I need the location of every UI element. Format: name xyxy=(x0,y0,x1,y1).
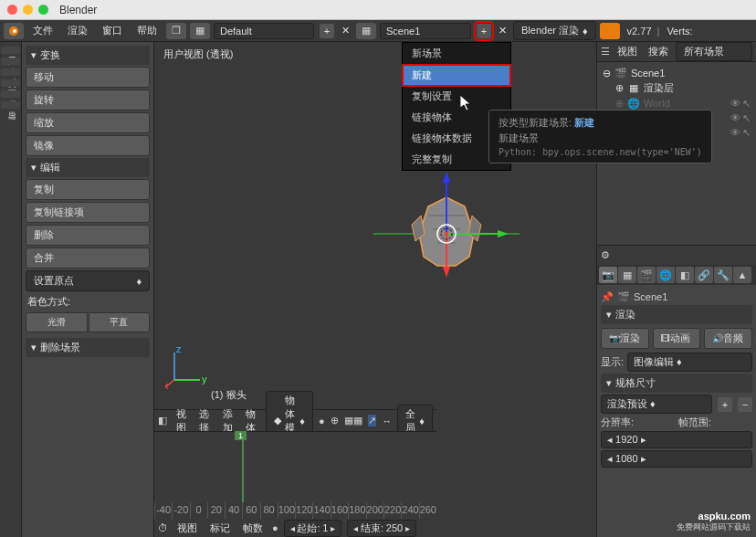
tab-object[interactable]: ◧ xyxy=(676,267,694,283)
manipulator-translate-icon[interactable]: ↔ xyxy=(382,416,392,426)
dimensions-header[interactable]: ▾规格尺寸 xyxy=(601,374,752,393)
tooltip-python: Python: bpy.ops.scene.new(type='NEW') xyxy=(499,147,702,157)
duplicate-linked-button[interactable]: 复制链接项 xyxy=(26,202,150,223)
scene-name-field[interactable]: Scene1 xyxy=(380,23,471,39)
render-engine-select[interactable]: Blender 渲染♦ xyxy=(513,21,596,40)
eye-icon[interactable]: 👁 xyxy=(730,98,740,110)
edit-header[interactable]: ▾编辑 xyxy=(26,158,150,177)
tab-modifiers[interactable]: 🔧 xyxy=(714,267,732,283)
dropdown-title: 新场景 xyxy=(403,43,510,65)
scene-icon: 🎬 xyxy=(617,290,630,303)
smooth-shading-button[interactable]: 光滑 xyxy=(26,312,88,332)
properties-editor-icon[interactable]: ⚙ xyxy=(601,249,610,261)
transform-header[interactable]: ▾变换 xyxy=(26,46,150,65)
tl-view[interactable]: 视图 xyxy=(173,520,201,537)
screen-layout-field[interactable]: Default xyxy=(214,23,314,39)
tab-world[interactable]: 🌐 xyxy=(656,267,675,283)
menu-render[interactable]: 渲染 xyxy=(62,22,93,39)
translate-button[interactable]: 移动 xyxy=(26,67,150,88)
set-origin-select[interactable]: 设置原点♦ xyxy=(26,270,150,291)
scene-add-button[interactable]: + xyxy=(477,24,491,38)
outliner-filter[interactable]: 所有场景 xyxy=(676,42,752,61)
tl-frame[interactable]: 帧数 xyxy=(239,520,267,537)
tab-layers[interactable]: ▦ xyxy=(618,267,636,283)
duplicate-button[interactable]: 复制 xyxy=(26,179,150,200)
layout-delete-button[interactable]: ✕ xyxy=(338,24,352,38)
outliner-search[interactable]: 搜索 xyxy=(645,43,672,60)
tree-world[interactable]: ⊕🌐World👁↖ xyxy=(601,96,752,111)
eye-icon[interactable]: 👁 xyxy=(730,127,740,139)
mirror-button[interactable]: 镜像 xyxy=(26,135,150,156)
res-x-field[interactable]: ◂ 1920 ▸ xyxy=(601,431,752,448)
eye-icon[interactable]: 👁 xyxy=(730,112,740,124)
delete-button[interactable]: 删除 xyxy=(26,225,150,246)
scale-button[interactable]: 缩放 xyxy=(26,112,150,133)
cursor-icon[interactable]: ↖ xyxy=(742,112,751,124)
tab-render[interactable]: 📷 xyxy=(599,267,617,283)
join-button[interactable]: 合并 xyxy=(26,247,150,268)
preset-remove-button[interactable]: − xyxy=(738,397,752,412)
menu-window[interactable]: 窗口 xyxy=(97,22,128,39)
animation-button[interactable]: 🎞动画 xyxy=(653,328,701,349)
outliner-header: ☰ 视图 搜索 所有场景 xyxy=(597,42,756,62)
flat-shading-button[interactable]: 平直 xyxy=(89,312,151,332)
manipulator-toggle[interactable]: ↗ xyxy=(368,415,376,426)
tree-scene[interactable]: ⊖🎬Scene1 xyxy=(601,66,752,80)
render-panel-header[interactable]: ▾渲染 xyxy=(601,305,752,324)
timeline[interactable]: -40 -20 0 20 40 60 80 100 120 140 160 18… xyxy=(154,431,436,537)
vtab-anim[interactable]: 动画 xyxy=(1,79,20,87)
close-dot[interactable] xyxy=(7,5,17,15)
res-y-field[interactable]: ◂ 1080 ▸ xyxy=(601,450,752,468)
cursor-icon[interactable]: ↖ xyxy=(742,127,751,139)
render-preset-select[interactable]: 渲染预设 ♦ xyxy=(601,395,712,414)
outliner-view[interactable]: 视图 xyxy=(614,43,641,60)
menu-file[interactable]: 文件 xyxy=(27,22,58,39)
disclosure-icon: ⊖ xyxy=(603,68,611,79)
back-to-prev-icon[interactable]: ❐ xyxy=(166,23,186,39)
tooltip: 按类型新建场景: 新建 新建场景 Python: bpy.ops.scene.n… xyxy=(488,110,712,163)
tick: 240 xyxy=(401,502,418,519)
render-button[interactable]: 📷渲染 xyxy=(601,328,649,349)
scene-browse-icon[interactable]: ▦ xyxy=(356,23,376,39)
tree-renderlayers[interactable]: ⊕▦渲染层 xyxy=(601,80,752,96)
vtab-export[interactable]: 导出 xyxy=(1,101,20,109)
vtab-create[interactable]: 创建 xyxy=(1,58,20,65)
resolution-label: 分辨率: xyxy=(601,416,675,429)
tab-scene[interactable]: 🎬 xyxy=(637,267,656,283)
scene-delete-button[interactable]: ✕ xyxy=(495,24,509,38)
editor-type-icon[interactable]: ◧ xyxy=(158,415,167,426)
layout-add-button[interactable]: + xyxy=(320,24,334,38)
blender-logo-icon[interactable] xyxy=(4,23,24,39)
rotate-button[interactable]: 旋转 xyxy=(26,90,150,111)
disclosure-icon: ⊕ xyxy=(615,82,624,94)
history-header[interactable]: ▾删除场景 xyxy=(26,338,150,357)
minimize-dot[interactable] xyxy=(23,5,33,15)
active-object[interactable] xyxy=(373,161,520,309)
auto-keyframe-icon[interactable]: ● xyxy=(272,522,278,533)
tab-data[interactable]: ▲ xyxy=(733,267,751,283)
maximize-dot[interactable] xyxy=(38,5,48,15)
display-select[interactable]: 图像编辑 ♦ xyxy=(627,353,752,372)
pin-icon[interactable]: 📌 xyxy=(601,291,614,303)
shading-mode-icon[interactable]: ● xyxy=(319,416,325,426)
dropdown-item-new[interactable]: 新建 xyxy=(403,65,510,86)
pivot-icon[interactable]: ⊕ xyxy=(331,415,339,426)
cursor-icon[interactable]: ↖ xyxy=(742,98,751,110)
tl-marker[interactable]: 标记 xyxy=(206,520,234,537)
menu-help[interactable]: 帮助 xyxy=(131,22,163,39)
tab-constraints[interactable]: 🔗 xyxy=(695,267,713,283)
preset-add-button[interactable]: + xyxy=(718,397,732,412)
audio-button[interactable]: 🔊音频 xyxy=(704,328,752,349)
start-frame-field[interactable]: ◂ 起始: 1 ▸ xyxy=(284,520,342,537)
object-name-label: (1) 猴头 xyxy=(211,388,247,402)
vtab-tools[interactable]: 工具 xyxy=(1,47,20,54)
vtab-relations[interactable]: 关系 xyxy=(1,68,20,76)
svg-text:z: z xyxy=(176,343,182,354)
layout-browse-icon[interactable]: ▦ xyxy=(190,23,210,39)
outliner-editor-icon[interactable]: ☰ xyxy=(601,46,610,58)
vtab-physics[interactable]: 物理 xyxy=(1,90,20,98)
end-frame-field[interactable]: ◂ 结束: 250 ▸ xyxy=(347,520,416,537)
dropdown-item-copy-settings[interactable]: 复制设置 xyxy=(403,86,510,107)
layers-icon[interactable]: ▦▦ xyxy=(344,415,363,426)
timeline-editor-icon[interactable]: ⏱ xyxy=(158,522,168,533)
